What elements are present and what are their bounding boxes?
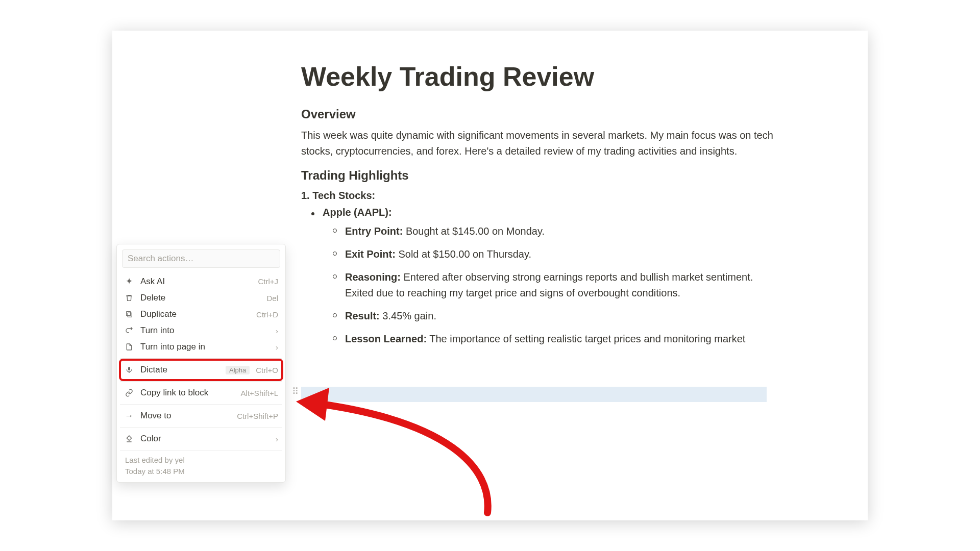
page-title: Weekly Trading Review (301, 61, 776, 92)
sub-item: Result: 3.45% gain. (333, 308, 776, 324)
svg-rect-0 (128, 313, 132, 317)
menu-item-shortcut: Ctrl+J (258, 277, 278, 286)
arrow-right-icon: → (124, 411, 134, 421)
menu-item-label: Dictate (140, 365, 218, 375)
turn-into-icon (124, 327, 134, 335)
sub-content: Bought at $145.00 on Monday. (403, 226, 545, 237)
microphone-icon (124, 366, 134, 374)
menu-item-shortcut: Ctrl+D (256, 310, 278, 319)
heading-overview: Overview (301, 107, 776, 121)
numbered-item: 1. Tech Stocks: (301, 190, 776, 202)
trash-icon (124, 294, 134, 302)
menu-item-delete[interactable]: Delete Del (120, 290, 282, 306)
menu-item-shortcut: Ctrl+Shift+P (237, 412, 278, 420)
circle-bullet-icon (333, 336, 337, 340)
menu-item-copy-link[interactable]: Copy link to block Alt+Shift+L (120, 385, 282, 401)
menu-item-label: Move to (140, 411, 231, 421)
sub-label: Lesson Learned: (345, 333, 427, 344)
svg-rect-1 (127, 312, 131, 316)
circle-bullet-icon (333, 252, 337, 256)
menu-item-label: Copy link to block (140, 388, 235, 398)
sub-item: Exit Point: Sold at $150.00 on Thursday. (333, 246, 776, 262)
sub-content: 3.45% gain. (380, 310, 436, 321)
menu-item-dictate[interactable]: Dictate Alpha Ctrl+O (120, 362, 282, 378)
block-drag-handle[interactable]: ⠿ (292, 389, 299, 393)
menu-item-label: Turn into (140, 325, 270, 336)
search-actions-input[interactable]: Search actions… (122, 249, 280, 268)
overview-paragraph: This week was quite dynamic with signifi… (301, 128, 776, 159)
sub-label: Entry Point: (345, 226, 403, 237)
document-body: Weekly Trading Review Overview This week… (301, 61, 776, 354)
circle-bullet-icon (333, 229, 337, 233)
sub-item: Lesson Learned: The importance of settin… (333, 331, 776, 347)
link-icon (124, 389, 134, 397)
bullet-dot-icon (311, 212, 314, 215)
chevron-right-icon: › (276, 435, 278, 443)
menu-item-label: Color (140, 434, 270, 444)
sub-item: Entry Point: Bought at $145.00 on Monday… (333, 223, 776, 239)
selected-empty-block[interactable] (301, 387, 767, 402)
heading-highlights: Trading Highlights (301, 168, 776, 183)
app-frame: ⠿ Weekly Trading Review Overview This we… (112, 31, 868, 520)
annotation-arrow (293, 385, 559, 538)
bullet-text: Apple (AAPL): (323, 207, 392, 218)
menu-item-shortcut: Ctrl+O (256, 366, 278, 374)
chevron-right-icon: › (276, 327, 278, 335)
menu-footer: Last edited by yel Today at 5:48 PM (120, 450, 282, 479)
bullet-item: Apple (AAPL): (311, 207, 776, 218)
chevron-right-icon: › (276, 343, 278, 352)
sub-content: Sold at $150.00 on Thursday. (396, 248, 531, 260)
menu-item-move-to[interactable]: → Move to Ctrl+Shift+P (120, 408, 282, 424)
block-actions-menu: Search actions… ✦ Ask AI Ctrl+J Delete D… (116, 244, 286, 483)
circle-bullet-icon (333, 274, 337, 279)
sparkle-icon: ✦ (124, 276, 134, 287)
last-edited-by: Last edited by yel (125, 455, 277, 466)
circle-bullet-icon (333, 313, 337, 317)
menu-item-shortcut: Alt+Shift+L (241, 389, 278, 397)
menu-item-label: Ask AI (140, 277, 252, 287)
menu-item-color[interactable]: Color › (120, 431, 282, 447)
sub-content: Entered after observing strong earnings … (345, 271, 753, 298)
sub-label: Result: (345, 310, 380, 321)
menu-item-ask-ai[interactable]: ✦ Ask AI Ctrl+J (120, 273, 282, 290)
sub-item: Reasoning: Entered after observing stron… (333, 269, 776, 301)
sub-label: Reasoning: (345, 271, 401, 283)
page-icon (124, 343, 134, 351)
color-icon (124, 435, 134, 443)
menu-item-shortcut: Del (266, 294, 278, 303)
sub-label: Exit Point: (345, 248, 396, 260)
menu-item-turn-into-page[interactable]: Turn into page in › (120, 339, 282, 355)
sub-content: The importance of setting realistic targ… (427, 333, 745, 344)
duplicate-icon (124, 310, 134, 318)
alpha-badge: Alpha (226, 366, 250, 374)
menu-item-turn-into[interactable]: Turn into › (120, 322, 282, 339)
menu-item-label: Duplicate (140, 309, 250, 319)
menu-item-label: Turn into page in (140, 342, 270, 352)
last-edited-time: Today at 5:48 PM (125, 466, 277, 477)
menu-item-label: Delete (140, 293, 260, 303)
menu-item-duplicate[interactable]: Duplicate Ctrl+D (120, 306, 282, 322)
